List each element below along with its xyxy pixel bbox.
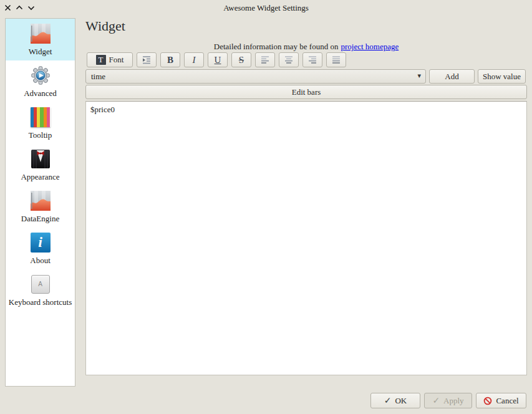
plasmoid-chart-icon (30, 23, 51, 44)
sidebar-item-label: Keyboard shortcuts (9, 297, 72, 307)
tag-select-value: time (91, 72, 105, 82)
plasmoid-chart-icon (30, 190, 51, 211)
format-toolbar: T Font B I U S (87, 52, 346, 67)
sidebar-item-label: Tooltip (29, 130, 52, 140)
check-icon: ✓ (432, 395, 440, 406)
text-editor[interactable]: $price0 (85, 101, 527, 375)
align-center-button[interactable] (279, 52, 299, 67)
chevron-down-icon: ▾ (417, 72, 421, 80)
keyboard-key-icon: A (30, 274, 51, 295)
ok-button[interactable]: ✓ OK (370, 393, 420, 408)
italic-button[interactable]: I (184, 52, 204, 67)
color-stripes-icon (30, 107, 51, 128)
window-title: Awesome Widget Settings (0, 3, 532, 13)
sidebar-item-keyboard-shortcuts[interactable]: A Keyboard shortcuts (6, 269, 75, 311)
bold-button[interactable]: B (160, 52, 180, 67)
tag-select[interactable]: time ▾ (85, 69, 426, 84)
sidebar-item-widget[interactable]: Widget (6, 19, 75, 60)
sidebar-item-label: Widget (29, 47, 52, 57)
bold-icon: B (167, 55, 173, 65)
apply-button-label: Apply (443, 396, 464, 406)
indent-button[interactable] (137, 52, 157, 67)
ok-button-label: OK (395, 396, 407, 406)
align-justify-icon (331, 55, 342, 65)
tag-row: time ▾ Add Show value (85, 69, 527, 84)
sidebar-item-dataengine[interactable]: DataEngine (6, 186, 75, 228)
info-text: Detailed information may be found on (214, 42, 339, 51)
titlebar: Awesome Widget Settings (0, 0, 532, 15)
strikethrough-icon: S (239, 55, 244, 65)
align-left-button[interactable] (255, 52, 275, 67)
check-icon: ✓ (384, 395, 392, 406)
gear-icon (30, 65, 51, 86)
add-button[interactable]: Add (429, 69, 475, 84)
align-left-icon (259, 55, 271, 65)
project-homepage-link[interactable]: project homepage (341, 42, 399, 51)
sidebar-item-tooltip[interactable]: Tooltip (6, 102, 75, 144)
tuxedo-icon (30, 148, 51, 170)
underline-icon: U (215, 55, 221, 65)
sidebar-item-appearance[interactable]: Appearance (6, 144, 75, 186)
italic-icon: I (193, 55, 196, 65)
font-button-label: Font (109, 55, 124, 65)
underline-button[interactable]: U (208, 52, 228, 67)
info-icon: i (30, 232, 51, 253)
align-right-icon (307, 55, 318, 65)
cancel-button-label: Cancel (496, 396, 518, 406)
cancel-icon (483, 397, 492, 405)
sidebar: Widget Advanced (5, 18, 75, 387)
indent-icon (141, 55, 152, 65)
sidebar-item-advanced[interactable]: Advanced (6, 60, 75, 102)
cancel-button[interactable]: Cancel (476, 393, 526, 408)
align-right-button[interactable] (302, 52, 322, 67)
align-center-icon (283, 55, 294, 65)
apply-button[interactable]: ✓ Apply (424, 393, 472, 408)
show-value-button[interactable]: Show value (478, 69, 526, 84)
sidebar-item-about[interactable]: i About (6, 228, 75, 269)
sidebar-item-label: DataEngine (21, 214, 59, 224)
sidebar-item-label: Advanced (24, 89, 57, 99)
sidebar-item-label: About (30, 256, 51, 266)
font-button[interactable]: T Font (87, 52, 133, 67)
editor-text: $price0 (90, 105, 115, 114)
info-line: Detailed information may be found onproj… (85, 42, 527, 52)
edit-bars-button[interactable]: Edit bars (85, 85, 527, 99)
sidebar-item-label: Appearance (21, 172, 59, 182)
page-title: Widget (85, 18, 125, 34)
align-justify-button[interactable] (326, 52, 346, 67)
font-icon: T (96, 55, 106, 65)
strikethrough-button[interactable]: S (231, 52, 251, 67)
